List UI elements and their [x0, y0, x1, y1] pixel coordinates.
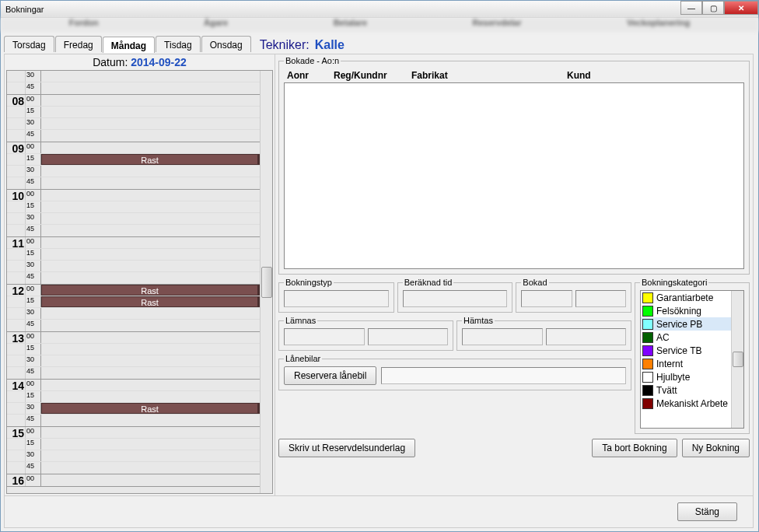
time-slot[interactable]: 30	[7, 450, 260, 462]
time-slot[interactable]: 1400	[7, 380, 260, 391]
mid-section: Bokningstyp Beräknad tid Bokad	[278, 276, 750, 436]
rast-block[interactable]: Rast	[41, 285, 260, 296]
time-slot[interactable]: 30Rast	[7, 403, 260, 415]
time-slot[interactable]: 45	[7, 82, 260, 94]
time-slot[interactable]: 30	[7, 118, 260, 130]
titlebar: Bokningar — ▢ ✕	[1, 1, 758, 18]
bottom-bar: Stäng	[5, 495, 753, 527]
kategori-item[interactable]: AC	[641, 331, 743, 344]
day-tab-fredag[interactable]: Fredag	[55, 36, 102, 52]
color-swatch	[642, 319, 653, 330]
time-slot[interactable]: 1300	[7, 332, 260, 344]
lamnas-input-2[interactable]	[368, 328, 449, 345]
rast-block[interactable]: Rast	[41, 154, 260, 165]
timeline-scrollbar[interactable]	[260, 71, 272, 493]
time-slot[interactable]: 45	[7, 225, 260, 236]
row-typ-tid: Bokningstyp Beräknad tid Bokad	[278, 276, 631, 314]
time-slot[interactable]: 45	[7, 130, 260, 142]
day-tab-tisdag[interactable]: Tisdag	[156, 36, 201, 52]
rast-block[interactable]: Rast	[41, 403, 260, 414]
skriv-ut-button[interactable]: Skriv ut Reservdelsunderlag	[278, 439, 415, 457]
timeline-grid[interactable]: 30450800153045090015Rast3045100015304511…	[7, 71, 260, 493]
color-swatch	[642, 398, 653, 409]
time-slot[interactable]: 45	[7, 415, 260, 426]
details-column: Bokade - Ao:n Aonr Reg/Kundnr Fabrikat K…	[275, 54, 753, 495]
time-slot[interactable]: 15	[7, 201, 260, 213]
beraknad-fieldset: Beräknad tid	[397, 278, 513, 313]
kategori-label: AC	[656, 332, 670, 343]
ny-bokning-button[interactable]: Ny Bokning	[682, 439, 750, 457]
time-slot[interactable]: 15Rast	[7, 296, 260, 308]
time-slot[interactable]: 1500	[7, 427, 260, 439]
bokad-input-2[interactable]	[575, 290, 626, 307]
hamtas-input-2[interactable]	[546, 328, 627, 345]
time-slot[interactable]: 45	[7, 320, 260, 331]
time-slot[interactable]: 45	[7, 367, 260, 379]
lamnas-input-1[interactable]	[284, 328, 365, 345]
time-slot[interactable]: 15	[7, 107, 260, 118]
time-slot[interactable]: 30	[7, 261, 260, 272]
time-slot[interactable]: 30	[7, 355, 260, 367]
ta-bort-bokning-button[interactable]: Ta bort Bokning	[592, 439, 677, 457]
kategori-item[interactable]: Service TB	[641, 344, 743, 357]
lanebil-display[interactable]	[381, 367, 626, 384]
time-slot[interactable]: 15	[7, 391, 260, 403]
header-kund: Kund	[567, 70, 741, 81]
beraknad-input[interactable]	[403, 290, 508, 307]
time-slot[interactable]: 1200Rast	[7, 285, 260, 296]
time-slot[interactable]: 15	[7, 344, 260, 355]
stang-button[interactable]: Stäng	[677, 502, 737, 521]
date-label: Datum:	[93, 56, 128, 68]
time-slot[interactable]: 30	[7, 308, 260, 320]
hamtas-label: Hämtas	[462, 316, 495, 325]
day-tab-onsdag[interactable]: Onsdag	[201, 36, 251, 52]
lanebilar-label: Lånebilar	[284, 354, 322, 363]
time-slot[interactable]: 30	[7, 213, 260, 225]
kategori-item[interactable]: Felsökning	[641, 304, 743, 317]
time-slot[interactable]: 15	[7, 249, 260, 261]
close-button[interactable]: ✕	[724, 1, 758, 15]
maximize-button[interactable]: ▢	[702, 1, 724, 15]
time-slot[interactable]: 15	[7, 439, 260, 450]
calendar-column: Datum: 2014-09-22 30450800153045090015Ra…	[5, 54, 275, 495]
day-tabs: TorsdagFredagMåndagTisdagOnsdag Tekniker…	[1, 32, 758, 52]
time-slot[interactable]: 1100	[7, 237, 260, 249]
kategori-scroll-thumb[interactable]	[733, 352, 743, 367]
kategori-list[interactable]: GarantiarbeteFelsökningService PBACServi…	[640, 290, 744, 429]
lanebilar-fieldset: Lånebilar Reservera lånebil	[278, 354, 631, 390]
time-slot[interactable]: 1600	[7, 474, 260, 486]
kategori-item[interactable]: Tvätt	[641, 383, 743, 397]
bokad-fieldset: Bokad	[516, 278, 631, 313]
reservera-lanebil-button[interactable]: Reservera lånebil	[284, 366, 376, 385]
time-slot[interactable]: 1000	[7, 190, 260, 201]
time-slot[interactable]: 45	[7, 177, 260, 189]
hamtas-input-1[interactable]	[462, 328, 543, 345]
time-slot[interactable]: 30	[7, 166, 260, 177]
time-slot[interactable]: 45	[7, 462, 260, 474]
scrollbar-thumb[interactable]	[261, 267, 272, 298]
kategori-item[interactable]: Internt	[641, 357, 743, 370]
kategori-item[interactable]: Garantiarbete	[641, 291, 743, 304]
hamtas-fieldset: Hämtas	[456, 316, 631, 351]
bokningstyp-input[interactable]	[284, 290, 389, 307]
kategori-label: Tvätt	[656, 385, 677, 396]
kategori-legend: Bokningskategori	[640, 278, 708, 287]
kategori-scrollbar[interactable]	[731, 291, 743, 428]
kategori-label: Service PB	[656, 319, 702, 330]
kategori-label: Internt	[656, 359, 683, 369]
time-slot[interactable]: 45	[7, 272, 260, 284]
rast-block[interactable]: Rast	[41, 296, 260, 307]
day-tab-måndag[interactable]: Måndag	[103, 37, 155, 53]
time-slot[interactable]: 0900	[7, 142, 260, 154]
day-tab-torsdag[interactable]: Torsdag	[4, 36, 54, 52]
kategori-item[interactable]: Hjulbyte	[641, 370, 743, 383]
tekniker-name: Kalle	[315, 38, 345, 52]
kategori-item[interactable]: Service PB	[641, 317, 743, 331]
minimize-button[interactable]: —	[680, 1, 702, 15]
bokade-list[interactable]	[284, 82, 744, 269]
time-slot[interactable]: 0800	[7, 95, 260, 107]
time-slot[interactable]: 30	[7, 71, 260, 82]
bokad-input-1[interactable]	[521, 290, 572, 307]
time-slot[interactable]: 15Rast	[7, 154, 260, 166]
kategori-item[interactable]: Mekaniskt Arbete	[641, 397, 743, 410]
